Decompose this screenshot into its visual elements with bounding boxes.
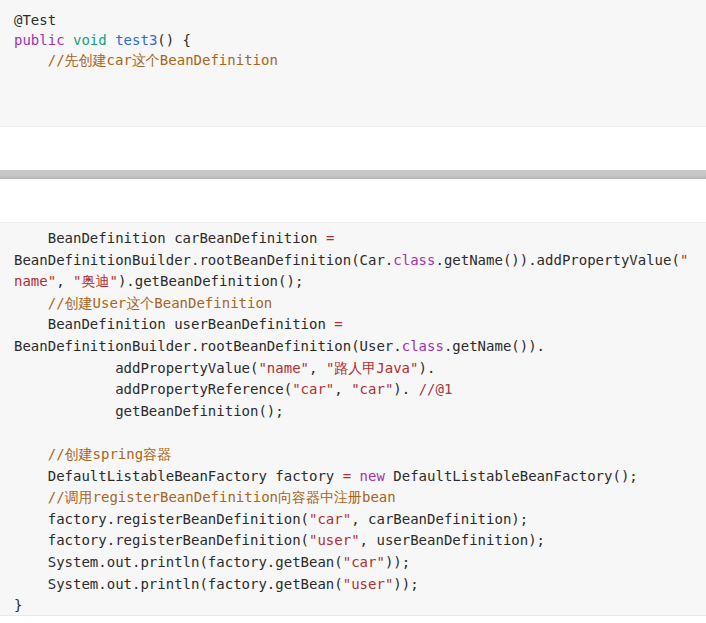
code-line: getBeanDefinition();: [14, 401, 692, 423]
code-token-plain: DefaultListableBeanFactory factory: [14, 468, 343, 484]
code-token-plain: BeanDefinition carBeanDefinition: [14, 230, 326, 246]
code-line: factory.registerBeanDefinition("car", ca…: [14, 509, 692, 531]
code-token-comment: //创建User这个BeanDefinition: [48, 295, 273, 311]
code-token-string: name": [14, 273, 56, 289]
code-token-plain: addPropertyReference(: [14, 381, 292, 397]
code-token-comment: //先创建car这个BeanDefinition: [48, 52, 278, 68]
code-token-keyword: class: [402, 338, 444, 354]
code-token-operator: =: [343, 468, 351, 484]
code-token-operator: =: [334, 316, 342, 332]
code-token-plain: factory.registerBeanDefinition(: [14, 532, 309, 548]
code-token-string: "user": [309, 532, 360, 548]
code-token-comment: //调用registerBeanDefinition向容器中注册bean: [48, 489, 396, 505]
code-line: //创建User这个BeanDefinition: [14, 293, 692, 315]
code-token-plain: ,: [56, 273, 73, 289]
code-token-comment: //创建spring容器: [48, 446, 171, 462]
code-token-plain: DefaultListableBeanFactory();: [385, 468, 638, 484]
code-line: System.out.println(factory.getBean("user…: [14, 574, 692, 596]
code-token-plain: .getName()).: [444, 338, 545, 354]
code-token-string: "user": [343, 576, 394, 592]
code-line: BeanDefinitionBuilder.rootBeanDefinition…: [14, 336, 692, 358]
code-token-plain: .getName()).addPropertyValue(: [435, 252, 679, 268]
code-line: factory.registerBeanDefinition("user", u…: [14, 530, 692, 552]
code-line: BeanDefinition carBeanDefinition =: [14, 228, 692, 250]
code-token-plain: , carBeanDefinition);: [351, 511, 528, 527]
code-token-plain: () {: [157, 32, 191, 48]
code-line: addPropertyReference("car", "car"). //@1: [14, 379, 692, 401]
code-token-string: "car": [309, 511, 351, 527]
code-line: [14, 422, 692, 444]
code-token-plain: addPropertyValue(: [14, 360, 258, 376]
code-token-string: "路人甲Java": [326, 360, 419, 376]
code-token-plain: factory.registerBeanDefinition(: [14, 511, 309, 527]
code-line: //先创建car这个BeanDefinition: [14, 50, 692, 70]
code-line: name", "奥迪").getBeanDefinition();: [14, 271, 692, 293]
code-token-string: "car": [292, 381, 334, 397]
code-line: BeanDefinition userBeanDefinition =: [14, 314, 692, 336]
code-token-type: void: [73, 32, 107, 48]
code-token-plain: ).: [418, 360, 435, 376]
code-line: DefaultListableBeanFactory factory = new…: [14, 466, 692, 488]
code-line: @Test: [14, 10, 692, 30]
code-token-plain: BeanDefinitionBuilder.rootBeanDefinition…: [14, 338, 402, 354]
code-token-operator: =: [326, 230, 334, 246]
code-block-bottom: BeanDefinition carBeanDefinition =BeanDe…: [0, 222, 706, 616]
code-token-plain: ,: [334, 381, 351, 397]
code-token-plain: , userBeanDefinition);: [360, 532, 545, 548]
code-token-plain: }: [14, 597, 22, 613]
code-token-plain: @Test: [14, 12, 56, 28]
code-token-plain: [14, 489, 48, 505]
code-token-string: "奥迪": [73, 273, 118, 289]
code-token-plain: getBeanDefinition();: [14, 403, 284, 419]
code-token-method: test3: [115, 32, 157, 48]
code-token-string: ": [680, 252, 688, 268]
code-token-plain: ));: [393, 576, 418, 592]
code-token-plain: [14, 446, 48, 462]
code-token-plain: ).getBeanDefinition();: [118, 273, 303, 289]
code-token-plain: ));: [385, 554, 410, 570]
code-token-string: "car": [351, 381, 393, 397]
code-token-keyword: public: [14, 32, 65, 48]
divider-bar: [0, 170, 706, 179]
code-line: }: [14, 595, 692, 616]
code-token-string: "name": [258, 360, 309, 376]
code-token-plain: [107, 32, 115, 48]
code-line: addPropertyValue("name", "路人甲Java").: [14, 358, 692, 380]
code-token-plain: BeanDefinitionBuilder.rootBeanDefinition…: [14, 252, 393, 268]
code-line: //创建spring容器: [14, 444, 692, 466]
code-token-plain: ,: [309, 360, 326, 376]
code-line: System.out.println(factory.getBean("car"…: [14, 552, 692, 574]
code-token-plain: [14, 52, 48, 68]
code-token-keyword: new: [360, 468, 385, 484]
code-token-plain: System.out.println(factory.getBean(: [14, 576, 343, 592]
code-line: public void test3() {: [14, 30, 692, 50]
code-line: BeanDefinitionBuilder.rootBeanDefinition…: [14, 250, 692, 272]
code-token-keyword: class: [393, 252, 435, 268]
code-token-plain: BeanDefinition userBeanDefinition: [14, 316, 334, 332]
code-line: //调用registerBeanDefinition向容器中注册bean: [14, 487, 692, 509]
code-token-plain: System.out.println(factory.getBean(: [14, 554, 343, 570]
code-token-plain: [351, 468, 359, 484]
code-token-plain: [65, 32, 73, 48]
code-token-ref_comment: //@1: [419, 381, 453, 397]
code-block-top: @Testpublic void test3() { //先创建car这个Bea…: [0, 0, 706, 127]
code-token-plain: ).: [393, 381, 418, 397]
code-token-string: "car": [343, 554, 385, 570]
code-token-plain: [14, 295, 48, 311]
